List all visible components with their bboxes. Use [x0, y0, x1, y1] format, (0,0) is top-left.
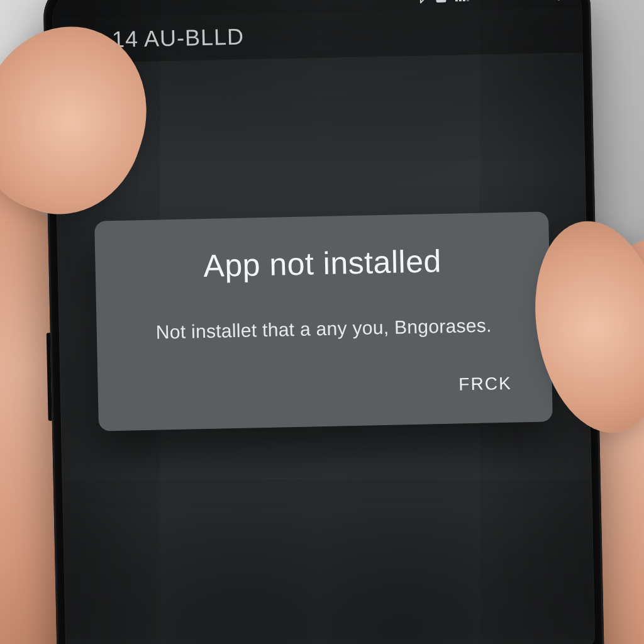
- photo-backdrop: 1.:81op 14 AU-BLLD App not installed: [0, 0, 644, 644]
- sim-icon: [435, 0, 447, 3]
- dialog-confirm-button[interactable]: FRCK: [451, 367, 519, 401]
- svg-rect-3: [467, 0, 469, 1]
- dialog-actions: FRCK: [130, 367, 519, 408]
- dialog-body: Not installet that a any you, Bngorases.: [129, 314, 518, 344]
- bluetooth-icon: [415, 0, 426, 4]
- page-title: 14 AU-BLLD: [112, 24, 245, 53]
- svg-rect-2: [463, 0, 465, 1]
- svg-rect-1: [459, 0, 462, 1]
- status-clock: 1.:81op: [516, 0, 565, 2]
- svg-rect-0: [455, 0, 458, 2]
- signal-icon: [455, 0, 469, 2]
- alert-dialog: App not installed Not installet that a a…: [94, 211, 553, 431]
- battery-icon: [478, 0, 504, 1]
- dialog-title: App not installed: [128, 242, 517, 286]
